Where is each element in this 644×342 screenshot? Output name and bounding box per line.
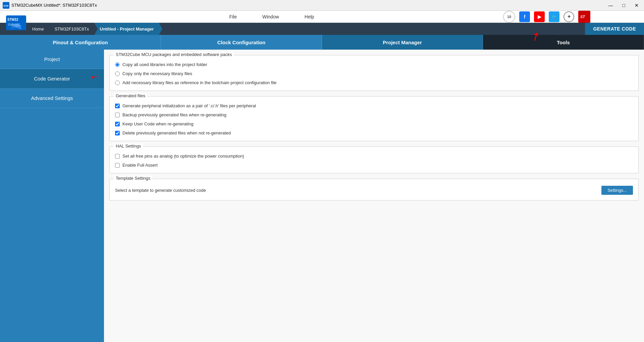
title-bar: STM STM32CubeMX Untitled*: STM32F103C8Tx…: [0, 0, 644, 11]
radio-copy-all[interactable]: Copy all used libraries into the project…: [115, 62, 633, 67]
checkbox-analog-pins[interactable]: Set all free pins as analog (to optimize…: [115, 154, 633, 159]
window-title: STM32CubeMX Untitled*: STM32F103C8Tx: [11, 3, 97, 8]
mcu-radio-group: Copy all used libraries into the project…: [115, 59, 633, 85]
section-template-title: Template Settings: [114, 176, 152, 181]
checkbox-full-assert-input[interactable]: [115, 163, 120, 168]
section-mcu-packages: STM32Cube MCU packages and embedded soft…: [109, 55, 639, 91]
sidebar-item-code-generator[interactable]: Code Generator ↙: [0, 69, 104, 89]
checkbox-backup-files-input[interactable]: [115, 113, 120, 117]
svg-text:STM: STM: [3, 5, 8, 7]
section-hal-title: HAL Settings: [114, 144, 143, 149]
tab-clock-configuration[interactable]: Clock Configuration: [161, 35, 322, 50]
hal-settings-checkboxes: Set all free pins as analog (to optimize…: [115, 151, 633, 168]
svg-text:ST: ST: [580, 15, 585, 19]
checkbox-keep-user-code-input[interactable]: [115, 122, 120, 126]
youtube-icon[interactable]: ▶: [534, 11, 545, 22]
svg-text:STM32: STM32: [7, 18, 18, 21]
checkbox-full-assert[interactable]: Enable Full Assert: [115, 163, 633, 168]
checkbox-backup-files[interactable]: Backup previously generated files when r…: [115, 112, 633, 117]
template-label: Select a template to generate customized…: [115, 188, 596, 193]
section-hal-settings: HAL Settings Set all free pins as analog…: [109, 147, 639, 173]
sidebar-item-project[interactable]: Project: [0, 50, 104, 69]
app-logo: STM32 CubeMX: [3, 11, 29, 35]
maximize-button[interactable]: □: [620, 2, 628, 9]
twitter-icon[interactable]: 🐦: [549, 11, 559, 22]
checkbox-delete-files-input[interactable]: [115, 131, 120, 135]
template-row: Select a template to generate customized…: [115, 183, 633, 195]
social-icons-area: 10 f ▶ 🐦 ✦ ST: [503, 11, 590, 23]
breadcrumb-items: Home STM32F103C8Tx Untitled - Project Ma…: [27, 23, 159, 35]
checkbox-keep-user-code[interactable]: Keep User Code when re-generating: [115, 121, 633, 126]
breadcrumb-bar: Home STM32F103C8Tx Untitled - Project Ma…: [0, 23, 644, 35]
version-badge: 10: [503, 11, 515, 23]
tab-bar: Pinout & Configuration Clock Configurati…: [0, 35, 644, 50]
file-menu[interactable]: File: [226, 13, 239, 21]
radio-add-reference[interactable]: Add necessary library files as reference…: [115, 80, 633, 85]
section-mcu-title: STM32Cube MCU packages and embedded soft…: [114, 52, 234, 57]
stm32-title-icon: STM: [3, 2, 9, 9]
breadcrumb-current[interactable]: Untitled - Project Manager: [94, 23, 159, 35]
close-button[interactable]: ✕: [632, 2, 641, 9]
facebook-icon[interactable]: f: [519, 11, 530, 22]
arrow-annotation-code-gen: ↙: [90, 71, 99, 82]
tab-pinout-configuration[interactable]: Pinout & Configuration: [0, 35, 161, 50]
radio-copy-all-input[interactable]: [115, 62, 120, 67]
sidebar: Project Code Generator ↙ Advanced Settin…: [0, 50, 104, 342]
network-icon[interactable]: ✦: [564, 11, 574, 22]
checkbox-delete-files[interactable]: Delete previously generated files when n…: [115, 130, 633, 135]
help-menu[interactable]: Help: [302, 13, 317, 21]
window-menu[interactable]: Window: [260, 13, 282, 21]
radio-copy-necessary-input[interactable]: [115, 71, 120, 76]
checkbox-peripheral-init-input[interactable]: [115, 104, 120, 108]
section-generated-files: Generated files Generate peripheral init…: [109, 96, 639, 141]
sidebar-item-advanced-settings[interactable]: Advanced Settings: [0, 89, 104, 108]
radio-copy-necessary[interactable]: Copy only the necessary library files: [115, 71, 633, 76]
section-generated-title: Generated files: [114, 93, 147, 98]
minimize-button[interactable]: —: [606, 2, 616, 9]
generate-code-button[interactable]: GENERATE CODE: [585, 23, 644, 35]
main-layout: Project Code Generator ↙ Advanced Settin…: [0, 50, 644, 342]
tab-project-manager[interactable]: Project Manager: [322, 35, 483, 50]
st-logo-icon[interactable]: ST: [578, 11, 590, 23]
content-area: STM32Cube MCU packages and embedded soft…: [104, 50, 644, 342]
section-template-settings: Template Settings Select a template to g…: [109, 179, 639, 201]
generated-files-checkboxes: Generate peripheral initialization as a …: [115, 101, 633, 135]
menu-bar: STM32 CubeMX File Window Help 10 f ▶ 🐦 ✦…: [0, 11, 644, 23]
checkbox-analog-pins-input[interactable]: [115, 154, 120, 159]
settings-button[interactable]: Settings...: [601, 186, 633, 195]
tab-tools[interactable]: Tools: [483, 35, 644, 50]
checkbox-peripheral-init[interactable]: Generate peripheral initialization as a …: [115, 103, 633, 108]
breadcrumb-home[interactable]: Home: [27, 23, 49, 35]
breadcrumb-device[interactable]: STM32F103C8Tx: [49, 23, 95, 35]
radio-add-reference-input[interactable]: [115, 80, 120, 85]
